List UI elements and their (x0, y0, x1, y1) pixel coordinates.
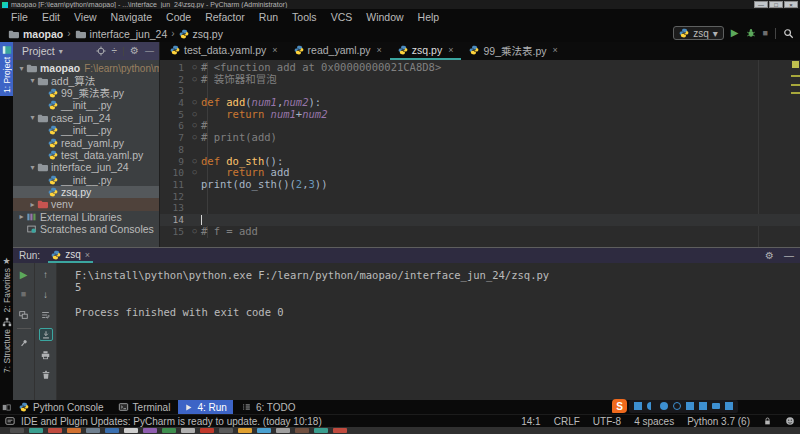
fold-marker-icon[interactable]: ○ (188, 109, 201, 121)
chevron-right-icon[interactable]: ▸ (28, 200, 37, 209)
trash-button[interactable] (39, 368, 53, 381)
line-number[interactable]: 14 (160, 214, 188, 226)
tree-item[interactable]: ▾case_jun_24 (13, 112, 159, 124)
stripe-button-structure[interactable]: 7: Structure (0, 314, 13, 376)
ime-lang-icon[interactable] (634, 402, 642, 410)
taskbar-app-icon[interactable] (86, 428, 100, 433)
run-button[interactable]: ▶ (731, 28, 739, 38)
rerun-button[interactable]: ▶ (17, 268, 31, 281)
breadcrumb-item[interactable]: zsq.py (179, 28, 223, 40)
tree-item[interactable]: Scratches and Consoles (13, 223, 159, 235)
menu-refactor[interactable]: Refactor (198, 9, 252, 25)
line-number[interactable]: 6 (160, 120, 188, 132)
sogou-logo-icon[interactable]: S (612, 399, 627, 413)
editor-tab[interactable]: read_yaml.py× (286, 42, 390, 60)
warning-stripe-mark[interactable] (791, 92, 800, 94)
run-configuration-select[interactable]: zsq ▾ (673, 26, 724, 40)
line-number[interactable]: 15 (160, 226, 188, 238)
taskbar-app-icon[interactable] (105, 428, 119, 433)
close-icon[interactable]: × (85, 250, 90, 260)
ime-bar-icon[interactable] (712, 403, 720, 409)
fold-marker-icon[interactable]: ○ (188, 156, 201, 168)
hide-panel-icon[interactable]: — (784, 250, 794, 261)
line-number[interactable]: 1 (160, 62, 188, 74)
taskbar-app-icon[interactable] (238, 428, 252, 433)
ime-keyboard-icon[interactable] (699, 402, 707, 410)
stop-button[interactable]: ■ (763, 29, 768, 38)
scrollend-button[interactable] (39, 328, 53, 341)
softwrap-button[interactable] (39, 308, 53, 321)
layout-button[interactable] (17, 308, 31, 321)
project-panel-header[interactable]: Project ▾ ÷⚙— (13, 42, 159, 60)
toolwindow-button-python-console[interactable]: Python Console (13, 400, 110, 414)
line-number[interactable]: 2 (160, 74, 188, 86)
warning-stripe-mark[interactable] (791, 75, 800, 77)
target-icon[interactable] (96, 46, 106, 56)
taskbar-app-icon[interactable] (162, 428, 176, 433)
tree-item[interactable]: ▾interface_jun_24 (13, 161, 159, 173)
taskbar-app-icon[interactable] (295, 428, 309, 433)
tree-item[interactable]: __init__.py (13, 99, 159, 111)
breadcrumb-item[interactable]: maopao (8, 28, 63, 40)
hide-icon[interactable]: — (145, 47, 154, 56)
maximize-button[interactable]: □ (769, 1, 783, 8)
taskbar-app-icon[interactable] (219, 428, 233, 433)
taskbar-app-icon[interactable] (124, 428, 138, 433)
menu-window[interactable]: Window (359, 9, 410, 25)
menu-tools[interactable]: Tools (285, 9, 324, 25)
ime-ring-icon[interactable] (673, 402, 681, 410)
tool-window-switcher-icon[interactable] (2, 403, 11, 412)
fold-marker-icon[interactable]: ○ (188, 97, 201, 109)
stripe-button-project[interactable]: 1: Project (0, 42, 13, 96)
line-number[interactable]: 7 (160, 132, 188, 144)
up-button[interactable]: ↑ (39, 268, 53, 281)
ime-moon-icon[interactable] (647, 402, 655, 410)
interpreter[interactable]: Python 3.7 (6) (687, 416, 750, 427)
menu-navigate[interactable]: Navigate (104, 9, 159, 25)
console-output[interactable]: F:\install\python\python.exe F:/learn/py… (57, 263, 800, 400)
taskbar-app-icon[interactable] (181, 428, 195, 433)
close-icon[interactable]: × (448, 45, 453, 55)
line-number[interactable]: 10 (160, 167, 188, 179)
close-button[interactable]: × (784, 1, 798, 8)
fold-marker-icon[interactable]: ○ (188, 167, 201, 179)
fold-marker-icon[interactable]: ○ (188, 226, 201, 238)
toolwindow-button-terminal[interactable]: Terminal (112, 400, 177, 414)
minimize-button[interactable]: — (754, 1, 768, 8)
fold-marker-icon[interactable]: ○ (188, 120, 201, 132)
fold-marker-icon[interactable]: ○ (188, 74, 201, 86)
chevron-down-icon[interactable]: ▾ (59, 47, 63, 56)
line-number[interactable]: 9 (160, 156, 188, 168)
settings-gear-icon[interactable]: ⚙ (765, 250, 774, 261)
tree-item[interactable]: test_data.yaml.py (13, 149, 159, 161)
taskbar-app-icon[interactable] (200, 428, 214, 433)
toolwindow-button-4-run[interactable]: 4: Run (178, 400, 232, 414)
lock-icon[interactable] (763, 416, 772, 426)
menu-help[interactable]: Help (411, 9, 447, 25)
line-number[interactable]: 13 (160, 202, 188, 214)
fold-marker-icon[interactable]: ○ (188, 62, 201, 74)
ime-grid-icon[interactable] (725, 402, 733, 410)
tree-item[interactable]: __init__.py (13, 124, 159, 136)
stop-button[interactable]: ■ (17, 288, 31, 301)
line-number[interactable]: 8 (160, 144, 188, 156)
taskbar-app-icon[interactable] (10, 428, 24, 433)
close-icon[interactable]: × (272, 45, 277, 55)
tree-item[interactable]: 99_乘法表.py (13, 87, 159, 99)
menu-run[interactable]: Run (252, 9, 285, 25)
chevron-down-icon[interactable]: ▾ (28, 113, 37, 122)
toolwindow-button-6-todo[interactable]: 6: TODO (235, 400, 302, 414)
run-tab[interactable]: zsq × (48, 248, 93, 263)
line-number[interactable]: 12 (160, 191, 188, 203)
line-number[interactable]: 11 (160, 179, 188, 191)
chevron-down-icon[interactable]: ▾ (28, 163, 37, 172)
inspection-indicator[interactable] (792, 61, 799, 68)
ime-mic-icon[interactable] (686, 402, 694, 410)
taskbar-app-icon[interactable] (257, 428, 271, 433)
search-everywhere-button[interactable] (783, 28, 794, 39)
line-number[interactable]: 4 (160, 97, 188, 109)
tree-item[interactable]: ▸venv (13, 198, 159, 210)
line-number[interactable]: 3 (160, 85, 188, 97)
warning-stripe-mark[interactable] (791, 84, 800, 86)
hector-inspection-icon[interactable] (785, 416, 795, 426)
